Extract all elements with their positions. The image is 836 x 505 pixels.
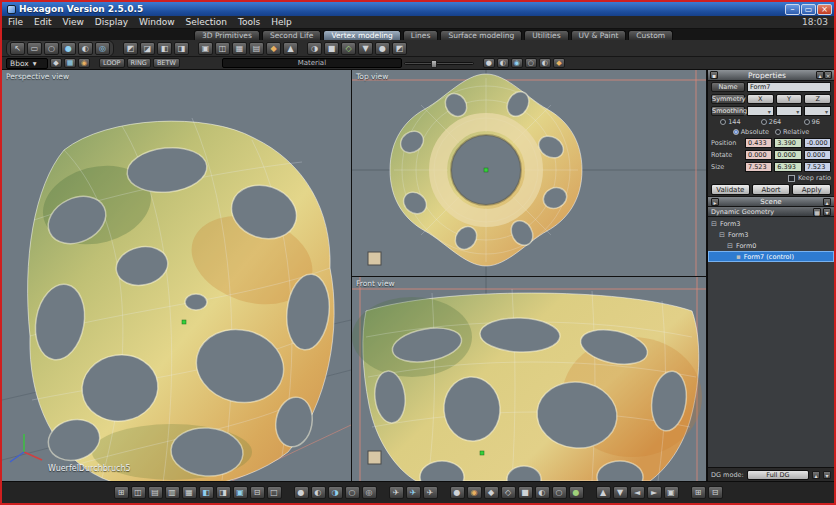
- smoothing-button[interactable]: Smoothing: [711, 106, 745, 116]
- snap-icon[interactable]: ◆: [50, 58, 62, 68]
- extrude-tool-icon[interactable]: ▣: [198, 42, 213, 55]
- rotate-x-field[interactable]: 0.000: [745, 150, 772, 160]
- mirror-render-icon[interactable]: ●: [569, 486, 584, 499]
- orbit-camera-icon[interactable]: ✈: [406, 486, 421, 499]
- close-button[interactable]: ×: [817, 4, 832, 15]
- plane-xz-icon[interactable]: □: [267, 486, 282, 499]
- expand-icon[interactable]: ⊟: [727, 242, 733, 250]
- menu-help[interactable]: Help: [271, 17, 292, 27]
- bbox-dropdown[interactable]: Bbox ▾: [6, 58, 48, 69]
- symmetry-z-button[interactable]: Z: [804, 94, 831, 104]
- layout-3-icon[interactable]: ▦: [182, 486, 197, 499]
- cut-tool-icon[interactable]: ▲: [283, 42, 298, 55]
- pan-camera-icon[interactable]: ✈: [423, 486, 438, 499]
- tab-uv-paint[interactable]: UV & Paint: [571, 30, 627, 40]
- backdrop-icon[interactable]: ◇: [501, 486, 516, 499]
- tree-item-form3[interactable]: ⊟ Form3: [708, 229, 834, 240]
- rotate-z-field[interactable]: 0.000: [804, 150, 831, 160]
- bridge-tool-icon[interactable]: ▦: [232, 42, 247, 55]
- tab-custom[interactable]: Custom: [628, 30, 673, 40]
- pin-icon[interactable]: ▪: [710, 71, 718, 79]
- tab-utilities[interactable]: Utilities: [524, 30, 568, 40]
- tree-item-form0[interactable]: ⊟ Form0: [708, 240, 834, 251]
- tab-second-life[interactable]: Second Life: [262, 30, 322, 40]
- top-viewport[interactable]: Top view: [352, 70, 706, 276]
- dg-mode-up-icon[interactable]: ▴: [812, 471, 820, 479]
- magnet-icon[interactable]: ◉: [78, 58, 90, 68]
- scene-expand-icon[interactable]: ▸: [711, 198, 719, 206]
- dg-mode-dropdown[interactable]: Full DG: [747, 470, 809, 480]
- menu-display[interactable]: Display: [95, 17, 128, 27]
- layout-quad-icon[interactable]: ◫: [131, 486, 146, 499]
- relative-radio[interactable]: [775, 129, 781, 135]
- tree-item-form7-control[interactable]: ▪ Form7 (control): [708, 251, 834, 262]
- loop-select-button[interactable]: LOOP: [99, 58, 125, 68]
- tunnel-tool-icon[interactable]: ▤: [249, 42, 264, 55]
- sweep-tool-icon[interactable]: ◩: [392, 42, 407, 55]
- relative-radio-group[interactable]: Relative: [775, 128, 809, 136]
- shade-flat-icon[interactable]: ◐: [311, 486, 326, 499]
- maximize-button[interactable]: ▭: [801, 4, 816, 15]
- select-arrow-icon[interactable]: ↖: [10, 42, 25, 55]
- boolean-tool-icon[interactable]: ●: [375, 42, 390, 55]
- view-fit-icon[interactable]: ▣: [664, 486, 679, 499]
- fly-camera-icon[interactable]: ✈: [389, 486, 404, 499]
- material-ball-icon[interactable]: ●: [483, 58, 495, 68]
- paint-select-icon[interactable]: ●: [61, 42, 76, 55]
- material-slider[interactable]: [404, 62, 474, 65]
- smooth-tool-icon[interactable]: ■: [324, 42, 339, 55]
- render-icon[interactable]: ◆: [553, 58, 565, 68]
- position-z-field[interactable]: -0.000: [804, 138, 831, 148]
- size-y-field[interactable]: 6.393: [774, 162, 801, 172]
- smoothing-z-field[interactable]: ▾: [804, 106, 831, 116]
- layout-2h-icon[interactable]: ▥: [165, 486, 180, 499]
- plane-xy-icon[interactable]: ▣: [233, 486, 248, 499]
- menu-edit[interactable]: Edit: [34, 17, 51, 27]
- lasso-select-icon[interactable]: ○: [44, 42, 59, 55]
- shade-box-icon[interactable]: ●: [294, 486, 309, 499]
- position-x-field[interactable]: 0.433: [745, 138, 772, 148]
- grid-toggle-icon[interactable]: ◧: [199, 486, 214, 499]
- shadow-icon[interactable]: ○: [552, 486, 567, 499]
- fullscreen-icon[interactable]: ⊞: [691, 486, 706, 499]
- collapse-icon[interactable]: ▴: [816, 71, 824, 79]
- tree-item-form3-root[interactable]: ⊟ Form3: [708, 218, 834, 229]
- material-swatch[interactable]: [368, 451, 381, 464]
- fog-icon[interactable]: ◐: [535, 486, 550, 499]
- weld-tool-icon[interactable]: ◆: [266, 42, 281, 55]
- scale-tool-icon[interactable]: ◧: [157, 42, 172, 55]
- ambient-icon[interactable]: ◆: [484, 486, 499, 499]
- rect-select-icon[interactable]: ▭: [27, 42, 42, 55]
- name-field[interactable]: Form7: [747, 82, 831, 92]
- symmetry-button[interactable]: Symmetry: [711, 94, 745, 104]
- smoothing-x-field[interactable]: ▾: [747, 106, 774, 116]
- bevel-tool-icon[interactable]: ◫: [215, 42, 230, 55]
- layout-single-icon[interactable]: ⊞: [114, 486, 129, 499]
- grid-snap-icon[interactable]: ◨: [216, 486, 231, 499]
- dg-mode-down-icon[interactable]: ▾: [823, 471, 831, 479]
- smoothing-y-field[interactable]: ▾: [776, 106, 803, 116]
- dg-option-icon[interactable]: ▦: [813, 208, 821, 216]
- menu-selection[interactable]: Selection: [186, 17, 227, 27]
- view-down-icon[interactable]: ▼: [613, 486, 628, 499]
- shading-smooth-icon[interactable]: ◐: [539, 58, 551, 68]
- keep-ratio-checkbox[interactable]: [788, 175, 795, 182]
- scene-header[interactable]: ▸ Scene ▴: [708, 196, 834, 207]
- tab-lines[interactable]: Lines: [403, 30, 439, 40]
- restore-icon[interactable]: ⊟: [708, 486, 723, 499]
- minimize-button[interactable]: –: [785, 4, 800, 15]
- ground-icon[interactable]: ■: [518, 486, 533, 499]
- symmetry-y-button[interactable]: Y: [776, 94, 803, 104]
- stretch-tool-icon[interactable]: ◨: [174, 42, 189, 55]
- material-swatch[interactable]: [368, 252, 381, 265]
- ring-select-button[interactable]: RING: [127, 58, 151, 68]
- dynamic-geometry-header[interactable]: Dynamic Geometry ▦ ▾: [708, 207, 834, 217]
- view-right-icon[interactable]: ►: [647, 486, 662, 499]
- absolute-radio-group[interactable]: Absolute: [733, 128, 769, 136]
- view-up-icon[interactable]: ▲: [596, 486, 611, 499]
- front-viewport[interactable]: Front view: [352, 277, 706, 481]
- properties-header[interactable]: ▪ Properties ▴ ×: [708, 70, 834, 81]
- light-default-icon[interactable]: ●: [450, 486, 465, 499]
- size-x-field[interactable]: 7.523: [745, 162, 772, 172]
- tab-vertex-modeling[interactable]: Vertex modeling: [323, 30, 400, 40]
